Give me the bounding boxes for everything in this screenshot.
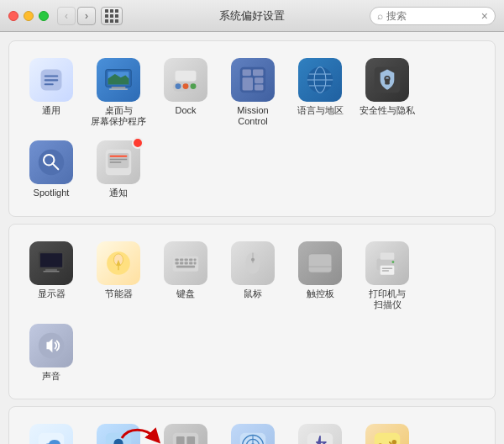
svg-rect-32 [108,153,129,168]
svg-rect-59 [381,252,395,259]
mission-icon [231,58,275,102]
grid-view-button[interactable] [101,7,123,25]
svg-rect-62 [382,270,389,271]
pref-general[interactable]: 通用 [18,51,85,134]
svg-rect-17 [243,77,253,90]
traffic-lights [8,11,49,21]
keyboard-label: 键盘 [176,288,195,299]
grid-icon [105,9,118,23]
svg-rect-43 [176,258,179,261]
svg-rect-16 [253,70,263,77]
svg-rect-50 [185,262,188,264]
pref-extensions[interactable]: 扩展 [152,417,219,444]
svg-rect-13 [176,71,197,81]
section-internet: iCloud 互联网帐户 [8,406,496,444]
trackpad-label: 触控板 [307,288,334,299]
pref-dock[interactable]: Dock [152,51,219,134]
back-button[interactable]: ‹ [57,7,76,25]
trackpad-icon [298,241,342,285]
close-button[interactable] [8,11,18,21]
language-label: 语言与地区 [297,105,344,116]
svg-rect-38 [45,268,57,270]
display-icon [29,241,73,285]
pref-display[interactable]: 显示器 [18,235,85,317]
minimize-button[interactable] [24,11,34,21]
spotlight-icon [29,140,73,184]
network-icon [231,424,275,444]
svg-rect-19 [255,85,263,91]
search-input[interactable] [386,10,478,22]
notify-icon [97,140,140,184]
mission-label: MissionControl [237,105,268,127]
svg-rect-11 [183,83,189,89]
titlebar: ‹ › 系统偏好设置 ⌕ × [0,0,504,32]
svg-rect-47 [194,258,197,261]
svg-rect-48 [176,262,179,264]
svg-rect-3 [45,83,54,85]
pref-internet[interactable]: 互联网帐户 [85,417,152,444]
pref-sharing[interactable]: 共享 [354,417,421,444]
display-label: 显示器 [38,288,66,299]
section-hardware-grid: 显示器 节能器 键盘 鼠标 [18,235,486,389]
svg-rect-60 [381,265,395,274]
pref-network[interactable]: 网络 [219,417,286,444]
pref-bluetooth[interactable]: 蓝牙 [286,417,354,444]
pref-trackpad[interactable]: 触控板 [286,235,354,317]
svg-rect-51 [189,262,192,264]
svg-rect-53 [176,265,195,267]
svg-rect-49 [180,262,183,264]
extensions-icon [164,424,207,444]
forward-button[interactable]: › [77,7,96,25]
svg-rect-34 [110,159,128,160]
desktop-label: 桌面与屏幕保护程序 [91,105,146,127]
pref-sound[interactable]: 声音 [18,317,85,388]
pref-energy[interactable]: 节能器 [85,235,152,317]
svg-rect-2 [45,79,59,81]
pref-icloud[interactable]: iCloud [18,417,85,444]
pref-security[interactable]: 安全性与隐私 [354,51,421,134]
svg-rect-45 [185,258,188,261]
pref-mission[interactable]: MissionControl [219,51,286,134]
printer-icon [365,241,409,285]
search-icon: ⌕ [377,10,383,22]
svg-point-55 [251,257,255,261]
maximize-button[interactable] [39,11,49,21]
mouse-icon [231,241,275,285]
svg-rect-37 [40,253,62,267]
svg-rect-46 [189,258,192,261]
pref-language[interactable]: 语言与地区 [286,51,354,134]
svg-rect-6 [112,87,126,88]
pref-mouse[interactable]: 鼠标 [219,235,286,317]
pref-printer[interactable]: 打印机与扫描仪 [354,235,421,317]
pref-notify[interactable]: 通知 [85,134,152,205]
energy-label: 节能器 [105,288,133,299]
sound-label: 声音 [42,371,60,382]
svg-rect-33 [110,156,128,157]
svg-rect-1 [45,75,59,77]
icloud-icon [29,424,73,444]
pref-desktop[interactable]: 桌面与屏幕保护程序 [85,51,152,134]
mouse-label: 鼠标 [244,288,262,299]
svg-rect-12 [191,83,197,89]
security-label: 安全性与隐私 [360,105,415,116]
notify-badge [132,137,144,149]
svg-rect-56 [308,253,332,272]
sharing-icon [365,424,409,444]
desktop-icon [97,58,140,102]
svg-point-63 [392,261,395,263]
svg-rect-18 [255,77,263,83]
pref-spotlight[interactable]: Spotlight [18,134,85,205]
dock-label: Dock [175,105,196,116]
search-clear-button[interactable]: × [481,9,488,23]
general-label: 通用 [42,105,60,116]
svg-point-28 [39,150,64,175]
window-title: 系统偏好设置 [219,8,285,24]
svg-rect-70 [186,436,195,444]
printer-label: 打印机与扫描仪 [369,288,406,310]
section-personal: 通用 桌面与屏幕保护程序 Dock MissionControl [8,40,496,217]
nav-buttons: ‹ › [57,7,96,25]
svg-rect-10 [176,83,181,89]
pref-keyboard[interactable]: 键盘 [152,235,219,317]
search-bar[interactable]: ⌕ × [370,7,496,25]
keyboard-icon [164,241,207,285]
